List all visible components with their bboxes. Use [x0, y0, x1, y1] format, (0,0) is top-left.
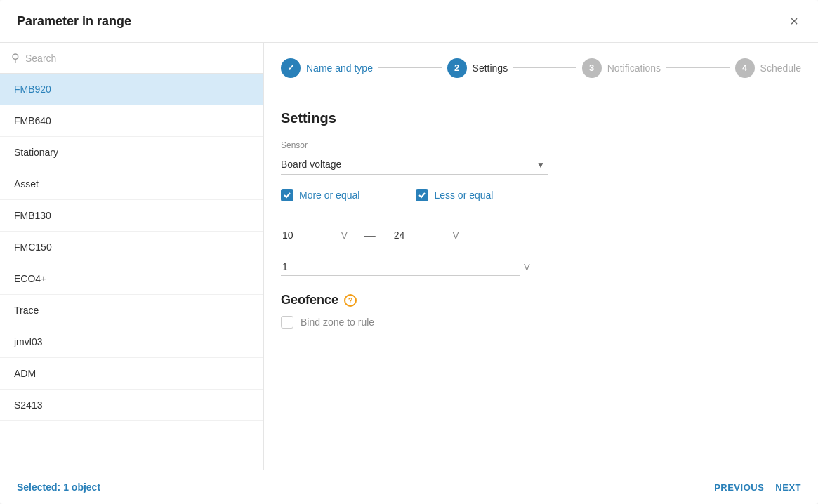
wizard-step-4: 4Schedule	[735, 58, 801, 78]
range-min-input[interactable]	[281, 227, 337, 244]
sensor-group: Sensor Board voltage ▼	[281, 140, 801, 175]
device-item-asset[interactable]: Asset	[0, 168, 263, 200]
wizard-steps: ✓Name and type2Settings3Notifications4Sc…	[264, 43, 818, 93]
sensor-label: Sensor	[281, 140, 801, 150]
more-or-equal-label: More or equal	[299, 190, 359, 201]
step-connector-2	[513, 67, 576, 68]
device-item-fmb920[interactable]: FMB920	[0, 74, 263, 105]
step-input-group: V	[281, 258, 801, 276]
previous-button[interactable]: PREVIOUS	[714, 482, 764, 493]
checkbox-row: More or equal Less or equal	[281, 189, 801, 213]
geofence-help-icon[interactable]: ?	[344, 294, 357, 307]
step-circle-3: 3	[582, 58, 602, 78]
more-or-equal-checkbox[interactable]	[281, 189, 293, 201]
footer-actions: PREVIOUS NEXT	[714, 482, 801, 493]
step-label-3: Notifications	[607, 62, 661, 74]
checkmark-icon	[283, 191, 291, 199]
close-button[interactable]: ×	[787, 11, 801, 31]
checkmark-icon-2	[418, 191, 426, 199]
footer-selected-text: Selected: 1 object	[17, 482, 100, 493]
next-button[interactable]: NEXT	[775, 482, 801, 493]
content-body: Settings Sensor Board voltage ▼	[264, 93, 818, 470]
wizard-step-1: ✓Name and type	[281, 58, 373, 78]
step-label-1: Name and type	[306, 62, 373, 74]
device-item-adm[interactable]: ADM	[0, 358, 263, 390]
less-or-equal-label: Less or equal	[434, 190, 493, 201]
step-circle-4: 4	[735, 58, 755, 78]
geofence-title: Geofence ?	[281, 293, 801, 307]
more-or-equal-row: More or equal	[281, 189, 359, 201]
range-max-group: V	[392, 227, 459, 244]
device-item-s2413[interactable]: S2413	[0, 390, 263, 421]
range-min-group: V	[281, 227, 348, 244]
modal-footer: Selected: 1 object PREVIOUS NEXT	[0, 470, 818, 504]
sensor-select-wrapper: Board voltage ▼	[281, 154, 548, 175]
device-list: FMB920FMB640StationaryAssetFMB130FMC150E…	[0, 74, 263, 470]
device-item-eco4+[interactable]: ECO4+	[0, 263, 263, 295]
bind-zone-label: Bind zone to rule	[301, 317, 374, 328]
device-item-fmb130[interactable]: FMB130	[0, 200, 263, 232]
less-or-equal-row: Less or equal	[416, 189, 493, 201]
range-max-unit: V	[453, 230, 459, 241]
step-circle-2[interactable]: 2	[447, 58, 467, 78]
range-max-input[interactable]	[392, 227, 449, 244]
bind-zone-checkbox[interactable]	[281, 316, 293, 329]
bind-zone-row: Bind zone to rule	[281, 316, 801, 329]
range-min-unit: V	[341, 230, 348, 241]
search-input[interactable]	[25, 53, 252, 64]
wizard-step-2: 2Settings	[447, 58, 508, 78]
content-area: ✓Name and type2Settings3Notifications4Sc…	[264, 43, 818, 470]
wizard-step-3: 3Notifications	[582, 58, 661, 78]
range-row: V — V	[281, 227, 801, 244]
step-connector-3	[666, 67, 730, 68]
sidebar: ⚲ FMB920FMB640StationaryAssetFMB130FMC15…	[0, 43, 264, 470]
device-item-jmvl03[interactable]: jmvl03	[0, 326, 263, 358]
parameter-in-range-modal: Parameter in range × ⚲ FMB920FMB640Stati…	[0, 0, 818, 504]
modal-body: ⚲ FMB920FMB640StationaryAssetFMB130FMC15…	[0, 43, 818, 470]
sensor-select[interactable]: Board voltage	[281, 154, 548, 175]
search-icon: ⚲	[11, 51, 20, 65]
range-dash: —	[364, 230, 376, 242]
device-item-trace[interactable]: Trace	[0, 295, 263, 326]
device-item-fmb640[interactable]: FMB640	[0, 105, 263, 137]
modal-title: Parameter in range	[17, 14, 131, 29]
step-label-2: Settings	[473, 62, 508, 74]
device-item-stationary[interactable]: Stationary	[0, 137, 263, 168]
search-box: ⚲	[0, 43, 263, 74]
device-item-fmc150[interactable]: FMC150	[0, 232, 263, 263]
step-input[interactable]	[281, 258, 520, 276]
less-or-equal-checkbox[interactable]	[416, 189, 428, 201]
geofence-section: Geofence ? Bind zone to rule	[281, 293, 801, 329]
step-label-4: Schedule	[760, 62, 801, 74]
settings-title: Settings	[281, 110, 801, 126]
step-connector-1	[378, 67, 442, 68]
modal-header: Parameter in range ×	[0, 0, 818, 43]
step-unit: V	[524, 262, 530, 272]
step-circle-1[interactable]: ✓	[281, 58, 301, 78]
